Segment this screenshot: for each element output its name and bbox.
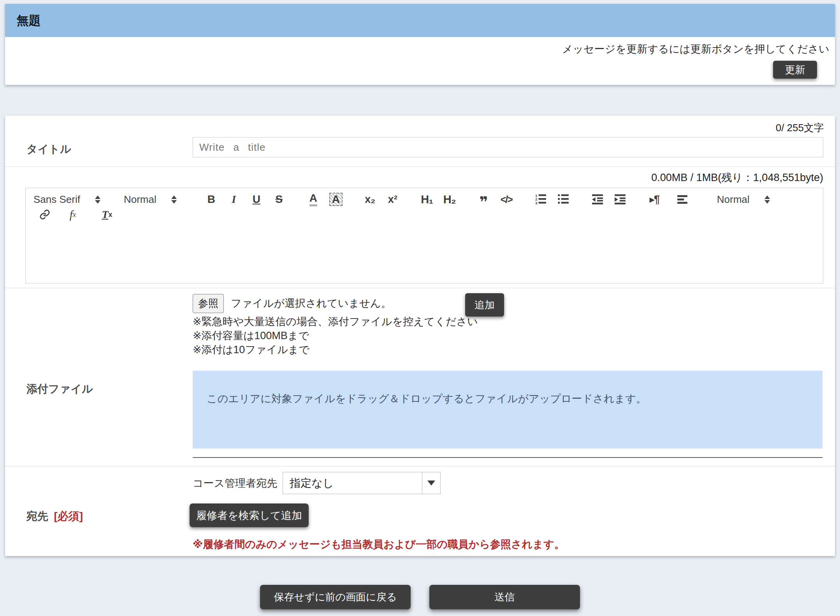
svg-text:3: 3 bbox=[535, 201, 537, 205]
attachment-divider bbox=[193, 457, 822, 458]
block-format-picker[interactable]: Normal bbox=[124, 194, 177, 206]
italic-icon[interactable]: I bbox=[226, 192, 242, 207]
attachment-note-line: ※添付容量は100MBまで bbox=[193, 329, 835, 343]
recipient-label-group: 宛先 [必須] bbox=[5, 503, 190, 527]
superscript-icon[interactable]: x² bbox=[385, 192, 401, 207]
update-hint-text: メッセージを更新するには更新ボタンを押してください bbox=[562, 42, 829, 56]
underline-icon[interactable]: U bbox=[249, 192, 264, 207]
dropdown-arrow-icon[interactable] bbox=[422, 472, 440, 494]
page-title: 無題 bbox=[17, 12, 41, 29]
formula-icon[interactable]: fx bbox=[65, 207, 81, 222]
editor-toolbar-row2: fx Tx bbox=[26, 207, 823, 225]
file-dropzone[interactable]: このエリアに対象ファイルをドラッグ＆ドロップするとファイルがアップロードされます… bbox=[193, 371, 822, 449]
align-icon[interactable] bbox=[675, 192, 690, 207]
search-students-button[interactable]: 履修者を検索して追加 bbox=[190, 503, 309, 527]
clear-formatting-icon[interactable]: Tx bbox=[99, 207, 115, 222]
editor-toolbar-row1: Sans Serif Normal B I U S A A x₂ x² bbox=[26, 188, 823, 207]
text-direction-icon[interactable]: ▸¶ bbox=[647, 192, 662, 207]
no-file-selected-text: ファイルが選択されていません。 bbox=[231, 296, 392, 310]
recipient-warning-note: ※履修者間のみのメッセージも担当教員および一部の職員から参照されます。 bbox=[193, 537, 835, 551]
code-block-icon[interactable]: </> bbox=[499, 192, 514, 207]
attachment-section: 参照 ファイルが選択されていません。 追加 ※緊急時や大量送信の場合、添付ファイ… bbox=[5, 288, 835, 466]
background-color-icon[interactable]: A bbox=[328, 192, 344, 207]
required-badge: [必須] bbox=[54, 510, 83, 522]
dropzone-text: このエリアに対象ファイルをドラッグ＆ドロップするとファイルがアップロードされます… bbox=[207, 393, 647, 405]
body-section: 0.00MB / 1MB(残り：1,048,551byte) Sans Seri… bbox=[5, 167, 835, 288]
subscript-icon[interactable]: x₂ bbox=[362, 192, 378, 207]
file-browse-button[interactable]: 参照 bbox=[193, 294, 224, 313]
font-picker[interactable]: Sans Serif bbox=[33, 194, 100, 206]
message-update-panel: 無題 メッセージを更新するには更新ボタンを押してください 更新 bbox=[5, 4, 835, 85]
message-form-panel: 0/ 255文字 タイトル 0.00MB / 1MB(残り：1,048,551b… bbox=[5, 116, 835, 556]
title-label: タイトル bbox=[5, 137, 193, 157]
body-size-counter: 0.00MB / 1MB(残り：1,048,551byte) bbox=[5, 167, 835, 185]
header1-icon[interactable]: H₁ bbox=[419, 192, 435, 207]
rich-text-editor: Sans Serif Normal B I U S A A x₂ x² bbox=[25, 188, 823, 283]
attachment-label: 添付ファイル bbox=[5, 371, 193, 449]
strikethrough-icon[interactable]: S bbox=[271, 192, 287, 207]
title-input[interactable] bbox=[193, 137, 823, 157]
editor-content-area[interactable] bbox=[26, 225, 823, 283]
course-admin-selected-value: 指定なし bbox=[283, 472, 422, 494]
title-section: 0/ 255文字 タイトル bbox=[5, 116, 835, 167]
bold-icon[interactable]: B bbox=[204, 192, 219, 207]
updown-arrows-icon bbox=[95, 195, 100, 204]
footer-actions: 保存せずに前の画面に戻る 送信 bbox=[0, 585, 840, 609]
ordered-list-icon[interactable]: 1 2 3 bbox=[533, 192, 548, 207]
indent-icon[interactable] bbox=[612, 192, 628, 207]
blockquote-icon[interactable]: ❞ bbox=[476, 192, 492, 207]
text-color-icon[interactable]: A bbox=[306, 192, 321, 207]
attachment-notes: ※緊急時や大量送信の場合、添付ファイルを控えてください ※添付容量は100MBま… bbox=[193, 315, 835, 357]
send-button[interactable]: 送信 bbox=[429, 585, 580, 609]
bullet-list-icon[interactable] bbox=[555, 192, 571, 207]
update-button[interactable]: 更新 bbox=[773, 61, 817, 79]
header2-icon[interactable]: H₂ bbox=[442, 192, 457, 207]
add-attachment-button[interactable]: 追加 bbox=[465, 293, 504, 317]
outdent-icon[interactable] bbox=[590, 192, 605, 207]
page-header: 無題 bbox=[5, 4, 835, 37]
size-picker[interactable]: Normal bbox=[717, 194, 770, 206]
title-char-counter: 0/ 255文字 bbox=[5, 116, 835, 135]
link-icon[interactable] bbox=[37, 207, 53, 222]
attachment-note-line: ※緊急時や大量送信の場合、添付ファイルを控えてください bbox=[193, 315, 835, 329]
recipient-label: 宛先 bbox=[26, 510, 48, 522]
updown-arrows-icon bbox=[764, 195, 770, 204]
back-without-saving-button[interactable]: 保存せずに前の画面に戻る bbox=[260, 585, 411, 609]
recipient-section: コース管理者宛先 指定なし 宛先 [必須] 履修者を検索して追加 ※履修者間のみ… bbox=[5, 466, 835, 556]
attachment-note-line: ※添付は10ファイルまで bbox=[193, 343, 835, 357]
course-admin-label: コース管理者宛先 bbox=[193, 476, 277, 490]
course-admin-select[interactable]: 指定なし bbox=[283, 472, 441, 494]
updown-arrows-icon bbox=[171, 195, 177, 204]
